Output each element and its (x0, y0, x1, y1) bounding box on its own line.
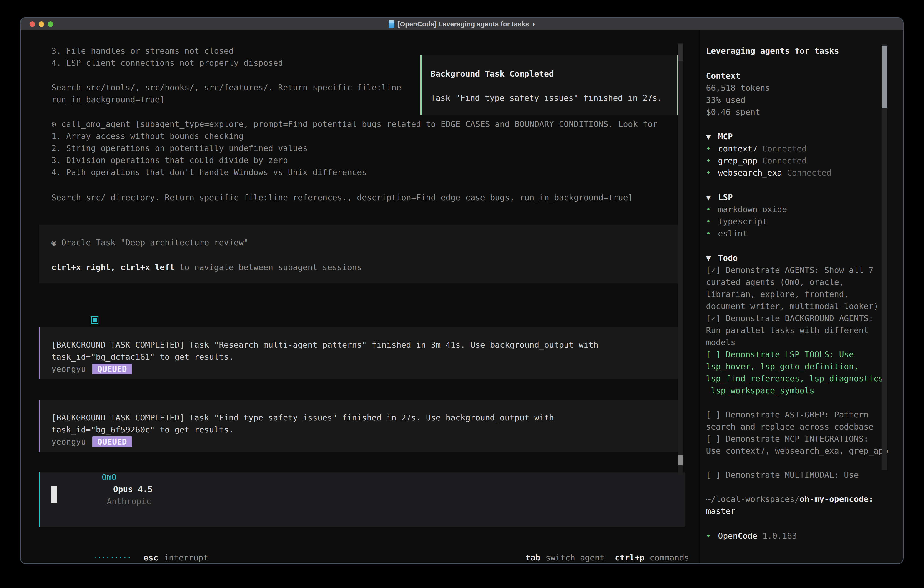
status-right: tabswitch agentctrl+pcommands (476, 537, 689, 564)
todo-line: curated agents (OmO, oracle, (706, 276, 894, 288)
sidebar-scrollbar-thumb[interactable] (882, 46, 887, 108)
tool-call-text: call_omo_agent [subagent_type=explore, p… (61, 119, 658, 129)
todo-line: librarian, explore, frontend, (706, 288, 894, 300)
status-dot-icon: • (706, 530, 718, 542)
mcp-heading: MCP (718, 132, 733, 141)
status-badge: QUEUED (92, 436, 132, 447)
tool-call-item: 1. Array access without bounds checking (51, 130, 244, 142)
window-title-container: [OpenCode] Leveraging agents for tasks ◑ (21, 18, 903, 30)
app-version: 1.0.163 (762, 531, 797, 540)
main-scrollbar-segment[interactable] (678, 45, 683, 61)
record-icon: ◉ (51, 238, 56, 247)
mcp-status-text: Connected (762, 156, 807, 165)
todo-line-active: lsp_hover, lsp_goto_definition, (706, 360, 894, 372)
todo-line-active: lsp_workspace_symbols (706, 385, 894, 396)
todo-line: [ ] Demonstrate AST-GREP: Pattern (706, 409, 894, 421)
lsp-item: •eslint (706, 227, 894, 239)
sidebar-session-title: Leveraging agents for tasks (706, 45, 894, 57)
key-esc: esc (144, 553, 158, 562)
spinner-dots: ········· (93, 553, 131, 562)
todo-line: document-writer, multimodal-looker) (706, 300, 894, 312)
lsp-section-header[interactable]: ▼LSP (706, 191, 894, 203)
workspace-path: ~/local-workspaces/oh-my-opencode: (706, 493, 894, 505)
document-icon (389, 20, 394, 28)
todo-line-active: [ ] Demonstrate LSP TOOLS: Use (706, 349, 894, 360)
window-title: [OpenCode] Leveraging agents for tasks ◑ (398, 20, 535, 28)
input-provider-label: Anthropic (107, 497, 151, 506)
oracle-task-title: Oracle Task "Deep architecture review" (61, 238, 249, 247)
mcp-status (757, 144, 762, 153)
main-scrollbar-thumb[interactable] (678, 456, 683, 465)
todo-heading: Todo (718, 253, 738, 263)
workspace-prefix: ~/local-workspaces/ (706, 494, 800, 504)
status-dot-icon: • (706, 215, 718, 227)
app-window: [OpenCode] Leveraging agents for tasks ◑… (20, 17, 904, 564)
mcp-section-header[interactable]: ▼MCP (706, 130, 894, 142)
task-author: yeongyu (51, 364, 86, 373)
oracle-task-title-line: ◉ Oracle Task "Deep architecture review" (51, 236, 667, 249)
action-commands: commands (650, 553, 689, 562)
agent-icon (91, 316, 99, 324)
mcp-name: context7 (718, 144, 757, 153)
lsp-name: eslint (718, 229, 747, 238)
key-tab: tab (525, 553, 540, 562)
window-titlebar: [OpenCode] Leveraging agents for tasks ◑ (21, 18, 903, 30)
gear-icon: ⚙ (51, 119, 56, 129)
todo-line: Use context7, websearch_exa, grep_app (706, 445, 894, 457)
hint-key-left: ctrl+x left (120, 263, 179, 272)
mcp-item: •grep_app Connected (706, 155, 894, 167)
task-author: yeongyu (51, 437, 86, 446)
chevron-down-icon: ▼ (706, 130, 718, 142)
lsp-name: typescript (718, 217, 767, 226)
task-message-line2: task_id="bg_dcfac161" to get results. (51, 351, 667, 363)
status-dot-icon: • (706, 227, 718, 239)
version-line: •OpenCode1.0.163 (706, 530, 894, 542)
chevron-down-icon: ▼ (706, 252, 718, 264)
task-message-line1: [BACKGROUND TASK COMPLETED] Task "Resear… (51, 339, 667, 351)
hint-text: to navigate between subagent sessions (180, 263, 362, 272)
task-message-meta: yeongyuQUEUED (51, 363, 667, 375)
toast-title: Background Task Completed (431, 68, 668, 80)
app-name: Open (718, 531, 738, 540)
context-spent: $0.46 spent (706, 106, 894, 118)
status-badge: QUEUED (92, 363, 132, 375)
oracle-task-card[interactable]: ◉ Oracle Task "Deep architecture review"… (39, 225, 679, 283)
input-agent-label: OmO (102, 472, 117, 482)
todo-line: search and replace across codebase (706, 421, 894, 433)
action-switch-agent: switch agent (545, 553, 605, 562)
terminal-line: Search src/tools/, src/hooks/, src/featu… (51, 81, 401, 93)
status-bar: ·········escinterrupt tabswitch agentctr… (21, 537, 700, 551)
chevron-down-icon: ▼ (706, 191, 718, 203)
tool-call-item: 3. Division operations that could divide… (51, 154, 288, 166)
tool-call-tail: Search src/ directory. Return specific f… (51, 192, 633, 203)
todo-line: [✓] Demonstrate AGENTS: Show all 7 (706, 264, 894, 276)
status-dot-icon: • (706, 155, 718, 167)
action-interrupt: interrupt (164, 553, 208, 562)
todo-line: [ ] Demonstrate MULTIMODAL: Use (706, 469, 894, 481)
mcp-name: grep_app (718, 156, 757, 165)
todo-line: [ ] Demonstrate MCP INTEGRATIONS: (706, 433, 894, 445)
task-message-line2: task_id="bg_6f59260c" to get results. (51, 424, 667, 436)
lsp-heading: LSP (718, 193, 733, 202)
workspace-repo: oh-my-opencode: (800, 494, 873, 504)
prompt-input[interactable]: OmO Opus 4.5 Anthropic (39, 472, 685, 527)
todo-line: [✓] Demonstrate BACKGROUND AGENTS: (706, 312, 894, 324)
session-sidebar[interactable]: Leveraging agents for tasks Context 66,5… (700, 30, 903, 564)
lsp-item: •markdown-oxide (706, 203, 894, 215)
lsp-name: markdown-oxide (718, 205, 787, 214)
status-dot-icon: • (706, 167, 718, 179)
task-message-card[interactable]: [BACKGROUND TASK COMPLETED] Task "Find t… (39, 400, 679, 452)
input-model-label[interactable]: Opus 4.5 (113, 484, 153, 494)
hint-key-right: ctrl+x right, (51, 263, 120, 272)
task-message-card[interactable]: [BACKGROUND TASK COMPLETED] Task "Resear… (39, 327, 679, 379)
task-message-line1: [BACKGROUND TASK COMPLETED] Task "Find t… (51, 411, 667, 424)
todo-section-header[interactable]: ▼Todo (706, 252, 894, 264)
input-footer: OmO Opus 4.5 Anthropic (53, 459, 153, 519)
mcp-name: websearch_exa (718, 168, 782, 177)
background-task-toast[interactable]: Background Task Completed Task "Find typ… (421, 55, 678, 115)
main-scrollbar-track[interactable] (678, 43, 683, 474)
terminal-line: run_in_background=true] (51, 93, 165, 106)
terminal-main-pane[interactable]: 3. File handles or streams not closed 4.… (21, 30, 700, 564)
todo-line: Run parallel tasks with different (706, 324, 894, 336)
todo-line: models (706, 336, 894, 349)
